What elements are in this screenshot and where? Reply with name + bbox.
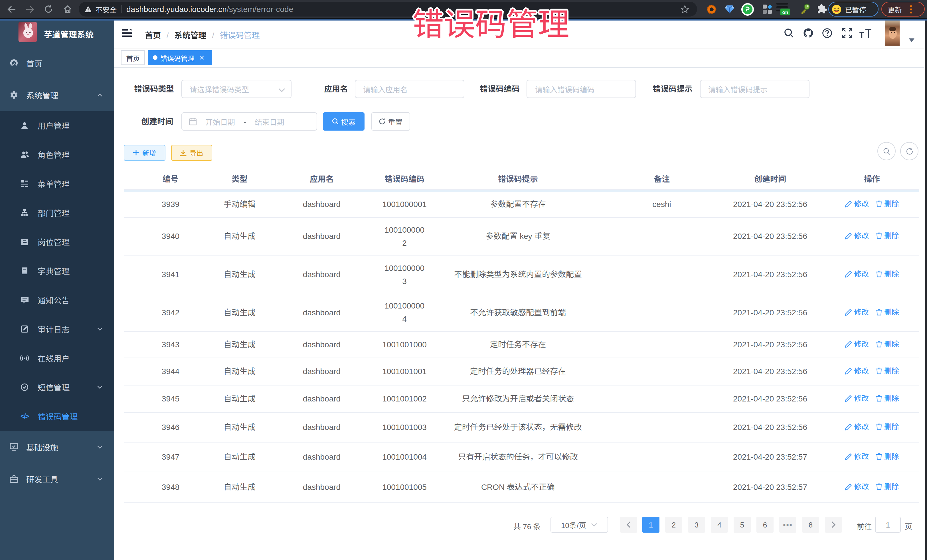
svg-text:on: on: [782, 10, 788, 15]
